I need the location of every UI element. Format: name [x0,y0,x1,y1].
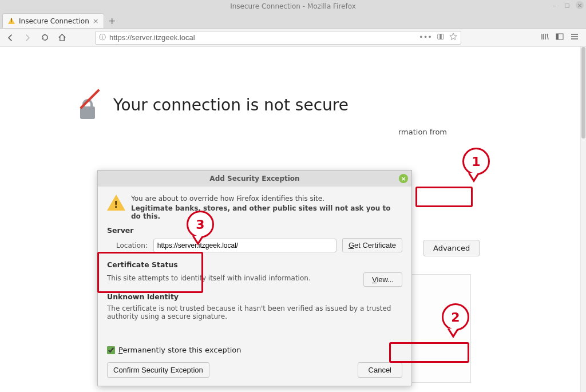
dialog-titlebar: Add Security Exception × [98,171,411,187]
back-button[interactable] [3,31,17,45]
server-heading: Server [107,226,402,235]
insecure-lock-icon [80,99,95,119]
unknown-identity-desc: The certificate is not trusted because i… [107,304,402,320]
home-button[interactable] [55,31,69,45]
window-close-button[interactable]: × [576,1,584,9]
window-titlebar: Insecure Connection - Mozilla Firefox – … [0,0,586,13]
bookmark-star-icon[interactable] [449,33,457,42]
view-button[interactable]: View... [363,272,402,287]
tab-label: Insecure Connection [19,17,89,25]
new-tab-button[interactable]: + [104,13,120,28]
cert-status-desc: This site attempts to identify itself wi… [107,274,311,282]
warning-icon [7,17,15,25]
svg-rect-3 [556,34,559,39]
scrollbar-thumb[interactable] [581,47,585,138]
tab-active[interactable]: Insecure Connection × [2,13,104,28]
page-heading: Your connection is not secure [113,96,492,114]
library-button[interactable] [540,32,549,43]
get-certificate-button[interactable]: Get Certificate [342,238,402,252]
reload-button[interactable] [38,31,52,45]
tab-close-button[interactable]: × [93,17,99,25]
svg-rect-1 [440,34,442,39]
forward-button[interactable] [21,31,34,45]
window-title: Insecure Connection - Mozilla Firefox [230,2,356,10]
page-actions-button[interactable]: ••• [419,33,432,42]
warning-icon [107,195,124,212]
vertical-scrollbar[interactable] [580,47,586,392]
unknown-identity-heading: Unknown Identity [107,292,402,301]
tab-strip: Insecure Connection × + [0,13,586,29]
dialog-close-button[interactable]: × [399,174,408,183]
reader-mode-icon[interactable] [437,33,445,42]
location-label: Location: [107,241,148,250]
window-maximize-button[interactable]: ◻ [563,1,571,9]
dialog-intro-1: You are about to override how Firefox id… [131,195,402,203]
cancel-button[interactable]: Cancel [358,362,402,378]
permanently-store-checkbox[interactable] [107,346,115,354]
add-security-exception-dialog: Add Security Exception × You are about t… [97,170,412,386]
menu-button[interactable] [570,32,579,43]
url-input[interactable] [109,33,415,42]
dialog-title: Add Security Exception [209,175,299,183]
sidebar-button[interactable] [555,32,564,43]
identity-icon[interactable]: ⓘ [99,33,106,42]
location-input[interactable] [153,239,336,252]
info-text-fragment: rmation from [398,128,447,136]
annotation-box-1 [415,187,473,207]
dialog-intro-2: Legitimate banks, stores, and other publ… [131,204,402,220]
annotation-callout-3: 3 [187,211,214,238]
advanced-button[interactable]: Advanced [423,240,480,256]
annotation-callout-1: 1 [462,148,490,175]
url-bar[interactable]: ⓘ ••• [95,31,461,45]
navigation-bar: ⓘ ••• [0,29,586,47]
window-minimize-button[interactable]: – [551,1,559,9]
cert-status-heading: Certificate Status [107,260,402,269]
annotation-callout-2: 2 [442,303,469,331]
confirm-security-exception-button[interactable]: Confirm Security Exception [107,362,209,378]
page-content: Your connection is not secure rmation fr… [0,47,586,392]
permanently-store-label[interactable]: Permanently store this exception [118,346,241,354]
